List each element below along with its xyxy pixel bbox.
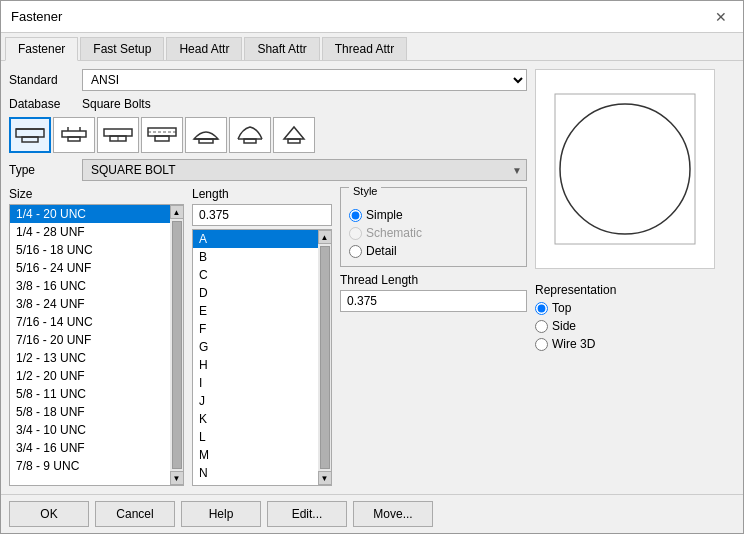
help-button[interactable]: Help	[181, 501, 261, 527]
size-label: Size	[9, 187, 184, 201]
edit-button[interactable]: Edit...	[267, 501, 347, 527]
size-scrollbar[interactable]: ▲ ▼	[170, 204, 184, 486]
size-item[interactable]: 7/8 - 9 UNC	[10, 457, 170, 475]
length-scroll-up[interactable]: ▲	[318, 230, 332, 244]
rep-wire3d-label: Wire 3D	[552, 337, 595, 351]
rep-side-radio[interactable]	[535, 320, 548, 333]
rep-top-radio[interactable]	[535, 302, 548, 315]
fastener-icon-1[interactable]	[9, 117, 51, 153]
size-item[interactable]: 3/4 - 16 UNF	[10, 439, 170, 457]
length-item[interactable]: C	[193, 266, 318, 284]
size-item[interactable]: 5/16 - 24 UNF	[10, 259, 170, 277]
columns-area: Size 1/4 - 20 UNC1/4 - 28 UNF5/16 - 18 U…	[9, 187, 527, 486]
style-simple-row: Simple	[349, 208, 518, 222]
length-scroll-down[interactable]: ▼	[318, 471, 332, 485]
length-item[interactable]: J	[193, 392, 318, 410]
length-item[interactable]: D	[193, 284, 318, 302]
size-item[interactable]: 1/4 - 28 UNF	[10, 223, 170, 241]
tab-head-attr[interactable]: Head Attr	[166, 37, 242, 60]
tab-fast-setup[interactable]: Fast Setup	[80, 37, 164, 60]
fastener-icon-3[interactable]	[97, 117, 139, 153]
style-simple-radio[interactable]	[349, 209, 362, 222]
svg-rect-1	[22, 137, 38, 142]
length-item[interactable]: G	[193, 338, 318, 356]
move-button[interactable]: Move...	[353, 501, 433, 527]
type-row: Type SQUARE BOLT ▼	[9, 159, 527, 181]
thread-length-label: Thread Length	[340, 273, 527, 287]
tab-bar: Fastener Fast Setup Head Attr Shaft Attr…	[1, 33, 743, 61]
style-detail-radio[interactable]	[349, 245, 362, 258]
scroll-down-arrow[interactable]: ▼	[170, 471, 184, 485]
tab-shaft-attr[interactable]: Shaft Attr	[244, 37, 319, 60]
style-group-label: Style	[349, 185, 381, 197]
length-item[interactable]: H	[193, 356, 318, 374]
thread-length-input[interactable]	[340, 290, 527, 312]
length-scroll-thumb[interactable]	[320, 246, 330, 469]
type-dropdown-arrow: ▼	[512, 165, 522, 176]
size-item[interactable]: 3/8 - 16 UNC	[10, 277, 170, 295]
type-value: SQUARE BOLT	[91, 163, 175, 177]
scroll-thumb[interactable]	[172, 221, 182, 469]
size-item[interactable]: 1/2 - 20 UNF	[10, 367, 170, 385]
tab-fastener[interactable]: Fastener	[5, 37, 78, 61]
size-item[interactable]: 7/16 - 20 UNF	[10, 331, 170, 349]
size-item[interactable]: 5/8 - 18 UNF	[10, 403, 170, 421]
standard-select-wrapper: ANSI	[82, 69, 527, 91]
fastener-icon-4[interactable]	[141, 117, 183, 153]
size-item[interactable]: 5/16 - 18 UNC	[10, 241, 170, 259]
length-item[interactable]: L	[193, 428, 318, 446]
style-schematic-radio[interactable]	[349, 227, 362, 240]
length-scrollbar[interactable]: ▲ ▼	[318, 229, 332, 486]
length-item[interactable]: K	[193, 410, 318, 428]
standard-label: Standard	[9, 73, 74, 87]
size-item[interactable]: 3/8 - 24 UNF	[10, 295, 170, 313]
dialog-footer: OK Cancel Help Edit... Move...	[1, 494, 743, 533]
size-listbox[interactable]: 1/4 - 20 UNC1/4 - 28 UNF5/16 - 18 UNC5/1…	[9, 204, 170, 486]
ok-button[interactable]: OK	[9, 501, 89, 527]
tab-thread-attr[interactable]: Thread Attr	[322, 37, 407, 60]
length-item[interactable]: B	[193, 248, 318, 266]
length-item[interactable]: A	[193, 230, 318, 248]
length-listbox[interactable]: ABCDEFGHIJKLMN	[192, 229, 318, 486]
fastener-icon-2[interactable]	[53, 117, 95, 153]
length-item[interactable]: N	[193, 464, 318, 482]
fastener-icon-7[interactable]	[273, 117, 315, 153]
size-item[interactable]: 5/8 - 11 UNC	[10, 385, 170, 403]
style-schematic-row: Schematic	[349, 226, 518, 240]
length-item[interactable]: I	[193, 374, 318, 392]
right-panel: Representation Top Side Wire 3D	[535, 69, 735, 486]
svg-rect-16	[244, 139, 256, 143]
close-button[interactable]: ✕	[709, 7, 733, 27]
rep-wire3d-radio[interactable]	[535, 338, 548, 351]
fastener-icon-5[interactable]	[185, 117, 227, 153]
representation-label: Representation	[535, 283, 735, 297]
fastener-icons	[9, 117, 527, 153]
size-item[interactable]: 1/2 - 13 UNC	[10, 349, 170, 367]
length-input[interactable]	[192, 204, 332, 226]
preview-box	[535, 69, 715, 269]
representation-section: Representation Top Side Wire 3D	[535, 283, 735, 355]
length-item[interactable]: E	[193, 302, 318, 320]
svg-rect-4	[68, 137, 80, 141]
standard-select[interactable]: ANSI	[82, 69, 527, 91]
length-column: Length ABCDEFGHIJKLMN ▲ ▼	[192, 187, 332, 486]
length-item[interactable]: M	[193, 446, 318, 464]
svg-rect-3	[62, 131, 86, 137]
size-item[interactable]: 1/4 - 20 UNC	[10, 205, 170, 223]
cancel-button[interactable]: Cancel	[95, 501, 175, 527]
svg-rect-17	[288, 139, 300, 143]
rep-top-row: Top	[535, 301, 735, 315]
style-column: Style Simple Schematic Detail	[340, 187, 527, 486]
style-simple-label: Simple	[366, 208, 403, 222]
preview-svg	[545, 84, 705, 254]
type-field: SQUARE BOLT ▼	[82, 159, 527, 181]
size-item[interactable]: 7/16 - 14 UNC	[10, 313, 170, 331]
length-item[interactable]: F	[193, 320, 318, 338]
size-item[interactable]: 3/4 - 10 UNC	[10, 421, 170, 439]
svg-rect-7	[104, 129, 132, 136]
size-column: Size 1/4 - 20 UNC1/4 - 28 UNF5/16 - 18 U…	[9, 187, 184, 486]
fastener-icon-6[interactable]	[229, 117, 271, 153]
fastener-dialog: Fastener ✕ Fastener Fast Setup Head Attr…	[0, 0, 744, 534]
scroll-up-arrow[interactable]: ▲	[170, 205, 184, 219]
rep-wire3d-row: Wire 3D	[535, 337, 735, 351]
